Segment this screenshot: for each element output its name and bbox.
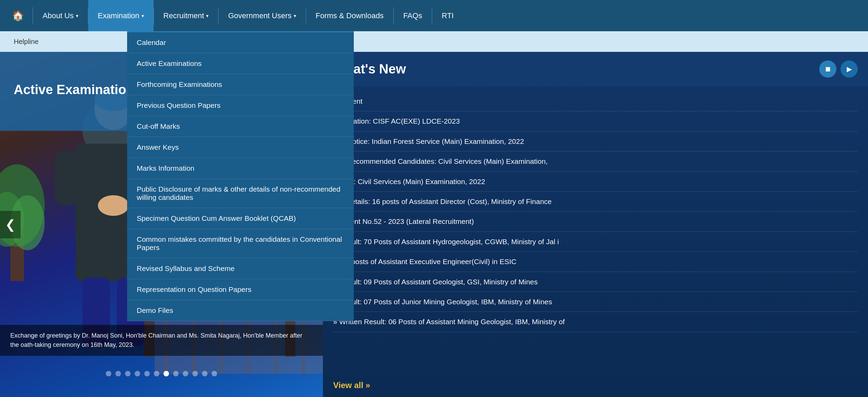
slide-dot-10[interactable]: [192, 371, 198, 376]
slider-dots: [0, 371, 323, 376]
chevron-down-icon-4: ▾: [294, 13, 296, 19]
dropdown-item-marks-info[interactable]: Marks Information: [127, 158, 354, 179]
nav-about-us[interactable]: About Us ▾: [33, 0, 88, 31]
news-item-2[interactable]: Notification: CISF AC(EXE) LDCE-2023: [333, 111, 858, 131]
slide-dot-7[interactable]: [164, 371, 169, 376]
slide-dot-8[interactable]: [173, 371, 179, 376]
dropdown-item-public-disclosure[interactable]: Public Disclosure of marks & other detai…: [127, 179, 354, 208]
dropdown-item-calendar[interactable]: Calendar: [127, 32, 354, 53]
whats-new-panel: What's New ⏹ ▶ ployment Notification: CI…: [323, 52, 868, 397]
svg-point-11: [98, 195, 129, 216]
slide-dot-1[interactable]: [106, 371, 111, 376]
prev-slide-button[interactable]: ❮: [0, 211, 21, 238]
helpline-text: Helpline: [14, 38, 38, 46]
nav-faqs[interactable]: FAQs: [394, 0, 432, 31]
play-button[interactable]: ▶: [841, 60, 858, 78]
dropdown-item-revised-syllabus[interactable]: Revised Syllabus and Scheme: [127, 258, 354, 279]
news-list: ployment Notification: CISF AC(EXE) LDCE…: [323, 86, 868, 337]
dropdown-item-answer-keys[interactable]: Answer Keys: [127, 137, 354, 158]
nav-recruitment[interactable]: Recruitment ▾: [154, 0, 218, 31]
news-item-4[interactable]: s of Recommended Candidates: Civil Servi…: [333, 151, 858, 171]
news-item-1[interactable]: ployment: [333, 91, 858, 111]
slide-dot-9[interactable]: [183, 371, 188, 376]
dropdown-item-prev-questions[interactable]: Previous Question Papers: [127, 95, 354, 116]
chevron-down-icon-3: ▾: [206, 13, 208, 19]
chevron-down-icon-2: ▾: [142, 13, 144, 19]
slide-dot-5[interactable]: [144, 371, 150, 376]
dropdown-item-common-mistakes[interactable]: Common mistakes committed by the candida…: [127, 229, 354, 258]
stop-button[interactable]: ⏹: [819, 60, 836, 78]
home-button[interactable]: 🏠: [7, 7, 29, 25]
slide-dot-6[interactable]: [154, 371, 159, 376]
dropdown-item-active-exams[interactable]: Active Examinations: [127, 53, 354, 74]
nav-rti[interactable]: RTI: [432, 0, 463, 31]
news-item-3[interactable]: tant Notice: Indian Forest Service (Main…: [333, 132, 858, 151]
slide-dot-12[interactable]: [212, 371, 217, 376]
slide-dot-4[interactable]: [135, 371, 140, 376]
view-all-link[interactable]: View all »: [333, 381, 370, 390]
news-item-7[interactable]: tisement No.52 - 2023 (Lateral Recruitme…: [333, 212, 858, 231]
whats-new-header: What's New ⏹ ▶: [323, 52, 868, 86]
news-item-9[interactable]: e: 10 posts of Assistant Executive Engin…: [333, 252, 858, 272]
nav-examination[interactable]: Examination ▾: [88, 0, 154, 31]
news-item-12[interactable]: » Written Result: 06 Posts of Assistant …: [333, 312, 858, 332]
news-item-10[interactable]: n Result: 09 Posts of Assistant Geologis…: [333, 272, 858, 292]
navbar: 🏠 About Us ▾ Examination ▾ Recruitment ▾…: [0, 0, 868, 31]
control-buttons: ⏹ ▶: [819, 60, 858, 78]
news-item-5[interactable]: Result: Civil Services (Main) Examinatio…: [333, 172, 858, 192]
view-all-row: View all »: [323, 374, 868, 397]
slide-dot-2[interactable]: [115, 371, 121, 376]
nav-government-users[interactable]: Government Users ▾: [218, 0, 306, 31]
dropdown-item-forthcoming[interactable]: Forthcoming Examinations: [127, 74, 354, 95]
slide-dot-3[interactable]: [125, 371, 131, 376]
news-item-8[interactable]: n Result: 70 Posts of Assistant Hydrogeo…: [333, 232, 858, 252]
slide-dot-11[interactable]: [202, 371, 207, 376]
svg-rect-12: [55, 151, 77, 206]
examination-dropdown: Calendar Active Examinations Forthcoming…: [127, 31, 354, 321]
dropdown-item-demo-files[interactable]: Demo Files: [127, 300, 354, 321]
chevron-down-icon: ▾: [76, 13, 78, 19]
nav-forms-downloads[interactable]: Forms & Downloads: [306, 0, 393, 31]
dropdown-item-cutoff[interactable]: Cut-off Marks: [127, 116, 354, 137]
image-caption: Exchange of greetings by Dr. Manoj Soni,…: [0, 325, 323, 356]
dropdown-item-representation[interactable]: Representation on Question Papers: [127, 279, 354, 300]
news-item-6[interactable]: iew Details: 16 posts of Assistant Direc…: [333, 192, 858, 212]
news-item-11[interactable]: n Result: 07 Posts of Junior Mining Geol…: [333, 292, 858, 312]
dropdown-item-qcab[interactable]: Specimen Question Cum Answer Booklet (QC…: [127, 208, 354, 229]
